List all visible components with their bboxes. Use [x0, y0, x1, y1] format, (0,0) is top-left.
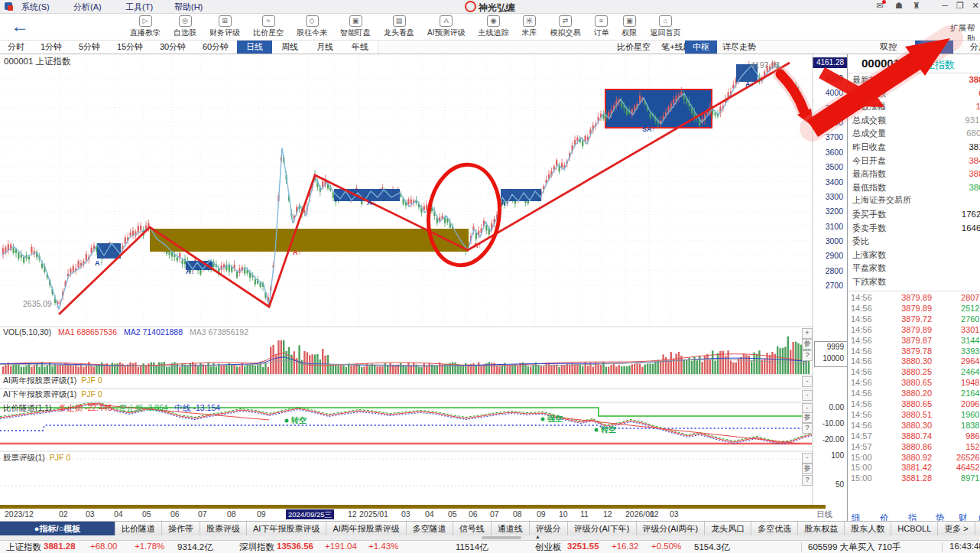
toolbar-item-price-compare-sky[interactable]: ≈比价星空	[251, 14, 285, 40]
period-tab-yearly[interactable]: 年线	[342, 41, 378, 54]
toolbar-item-stock-history[interactable]: ◇股往今来	[295, 14, 329, 40]
indicator-tab-股东权益[interactable]: 股东权益	[798, 522, 845, 536]
indicator-tab-AI下年报股票评级[interactable]: AI下年报股票评级	[247, 522, 326, 536]
status-item: 16:43:48	[949, 542, 980, 551]
toolbar-item-smart-monitor[interactable]: ▣智能盯盘	[339, 14, 372, 40]
scale-label: 100	[816, 451, 844, 460]
period-tab-30min[interactable]: 30分钟	[151, 41, 195, 54]
tick-row: 14:56 ​3880.65 2096↑	[848, 398, 980, 409]
toolbar-item-mainline-tracking[interactable]: ◉主线追踪	[476, 14, 510, 40]
indicator-tab-龙头风口[interactable]: 龙头风口	[705, 522, 751, 536]
indicator-tab-通道线[interactable]: 通道线	[492, 522, 530, 536]
period-tab-daily[interactable]: 日线	[237, 41, 273, 54]
minimize-button[interactable]: ─	[939, 1, 951, 10]
period-tab-monthly[interactable]: 月线	[307, 41, 343, 54]
menu-工具(T)[interactable]: 工具(T)	[125, 2, 153, 13]
period-tab-15min[interactable]: 15分钟	[109, 41, 152, 54]
period-tab-bar: 分时1分钟5分钟15分钟30分钟60分钟日线周线月线年线比价星空笔+线段中枢详尽…	[0, 41, 980, 54]
tick-row: 14:56 ​3879.89 2807↑	[848, 292, 980, 303]
toolbar-item-permissions[interactable]: ▣权限	[620, 14, 638, 40]
close-button[interactable]: ✕	[969, 1, 980, 11]
toolbar-item-finance-rating[interactable]: ⊞财务评级	[208, 14, 242, 40]
back-button[interactable]: ←	[11, 15, 29, 37]
scrollbar-thumb[interactable]	[482, 536, 521, 539]
panel-control--[interactable]: -	[802, 453, 813, 464]
miku-icon: 米	[523, 15, 536, 27]
view-tab-dual-control[interactable]: 双控	[871, 41, 905, 54]
period-tab-1min[interactable]: 1分钟	[32, 41, 71, 54]
quote-name: 上证指数	[915, 58, 955, 72]
indicator-tab-AI两年报股票评级[interactable]: AI两年报股票评级	[326, 522, 406, 536]
panel-control-?[interactable]: ?	[802, 350, 813, 361]
toolbar-item-live-teaching[interactable]: ▷直播教学	[128, 14, 162, 40]
period-tab-60min[interactable]: 60分钟	[194, 41, 238, 54]
ai-predict-rating-icon: A	[440, 15, 453, 27]
indicator-tab-多空隧道[interactable]: 多空隧道	[407, 522, 453, 536]
tick-row: 14:56 ​3880.30 1838↓	[848, 420, 980, 431]
period-tab-time-share[interactable]: 分时	[0, 41, 33, 54]
indicator-tab-评级分(AI下年)[interactable]: 评级分(AI下年)	[568, 522, 637, 536]
tick-row: 14:56 ​3879.87 3144↓	[848, 335, 980, 346]
period-tab-weekly[interactable]: 周线	[272, 41, 308, 54]
indicator-tab-股东人数[interactable]: 股东人数	[845, 522, 891, 536]
toolbar-item-leader-watch[interactable]: ▤龙头看盘	[382, 14, 416, 40]
toolbar-item-back-home[interactable]: ⌂返回首页	[648, 14, 682, 40]
quote-row-委卖手数: 委卖手数16465574	[848, 222, 980, 235]
toolbar-item-watchlist[interactable]: ◎自选股	[172, 14, 198, 40]
date-label: 11	[580, 509, 589, 519]
date-label: 09	[257, 509, 266, 519]
view-tab-split-screen[interactable]: 分屏	[962, 41, 980, 54]
indicator-tab-信号线[interactable]: 信号线	[453, 522, 492, 536]
divider	[801, 542, 802, 552]
svg-text:强空: 强空	[547, 415, 563, 423]
indicator-tab-多空优选[interactable]: 多空优选	[751, 522, 798, 536]
price-compare-sky-icon: ≈	[262, 15, 275, 27]
indicator-tab-更多[interactable]: 更多 >	[938, 522, 975, 536]
user-icon[interactable]: ☗	[893, 1, 905, 11]
restore-button[interactable]: ❐	[954, 1, 966, 11]
indicator-tab-操作带[interactable]: 操作带	[162, 522, 200, 536]
toolbar-item-orders[interactable]: ≡订单	[592, 14, 610, 40]
status-item: 创业板	[535, 542, 562, 553]
menu-系统(S)[interactable]: 系统(S)	[21, 2, 50, 13]
view-tab-detailed-trend[interactable]: 详尽走势	[717, 41, 761, 54]
date-label: 02	[59, 509, 68, 519]
toolbar-item-miku[interactable]: 米米库	[520, 14, 538, 40]
mail-icon[interactable]: ✉	[874, 1, 886, 11]
panel-control--[interactable]: -	[802, 390, 813, 401]
svg-text:A↓: A↓	[186, 268, 194, 275]
tick-row: 14:56 ​3880.20 2164↓	[848, 388, 980, 398]
indicator-tab-评级分(AI两年)[interactable]: 评级分(AI两年)	[637, 522, 706, 536]
panel-control-参[interactable]: 参	[802, 339, 813, 350]
indicator-tab-HCBOLL[interactable]: HCBOLL	[891, 522, 938, 536]
indicator-tab-比价隧道[interactable]: 比价隧道	[115, 522, 162, 536]
panel-control-+[interactable]: +	[802, 328, 813, 339]
date-label: 08	[227, 509, 236, 519]
red-arrow-down-icon	[780, 74, 804, 112]
panel-control-?[interactable]: ?	[802, 423, 813, 434]
period-tab-5min[interactable]: 5分钟	[70, 41, 109, 54]
toolbar-item-ai-predict-rating[interactable]: AAI预测评级	[426, 14, 466, 40]
live-teaching-icon: ▷	[139, 15, 152, 27]
view-tab-price-compare-sky-view[interactable]: 比价星空	[612, 41, 656, 54]
theme-skin-icon[interactable]: ♜	[910, 1, 923, 11]
status-item: 9314.2亿	[177, 542, 213, 553]
toolbar-link-扩展[interactable]: 扩展	[950, 23, 966, 34]
quote-row-委买手数: 委买手数17623388	[848, 208, 980, 221]
status-item: +1.78%	[135, 542, 164, 551]
indicator-tab-股票评级[interactable]: 股票评级	[200, 522, 247, 536]
panel-control-参[interactable]: 参	[802, 464, 813, 474]
panel-control--[interactable]: -	[802, 376, 813, 387]
panel-control-参[interactable]: 参	[802, 412, 813, 423]
menu-分析(A)[interactable]: 分析(A)	[73, 2, 102, 13]
indicator-tab-指标/模板[interactable]: ●指标/○模板	[0, 522, 115, 536]
view-tab-pivot[interactable]: 中枢	[685, 41, 717, 54]
panel-control-?[interactable]: ?	[802, 475, 813, 486]
candlesticks	[2, 60, 810, 308]
date-label: 07	[198, 509, 207, 519]
menu-帮助(H)[interactable]: 帮助(H)	[174, 2, 203, 13]
svg-text:4197.23: 4197.23	[751, 60, 780, 70]
toolbar-item-simulated-trading[interactable]: ⇄模拟交易	[548, 14, 582, 40]
status-item: 上证指数	[6, 542, 41, 553]
view-tab-order-book[interactable]: 盘口	[915, 41, 953, 54]
